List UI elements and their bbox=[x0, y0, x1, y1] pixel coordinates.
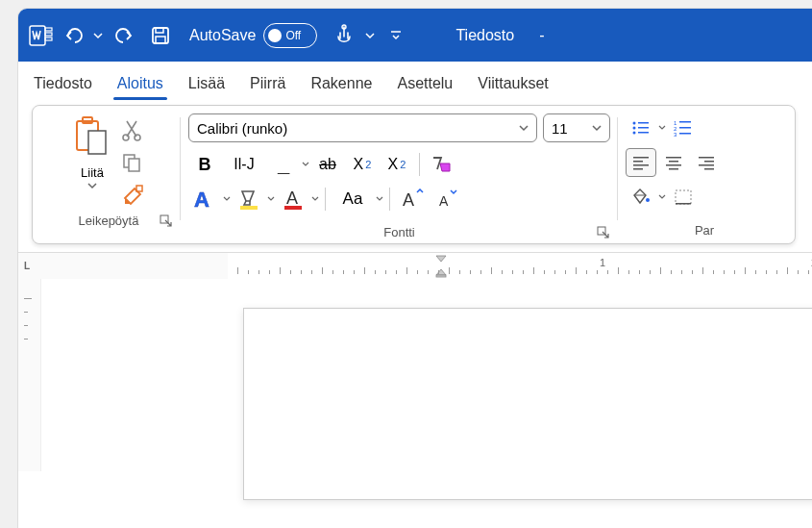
undo-button[interactable] bbox=[61, 20, 91, 51]
vertical-ruler[interactable] bbox=[18, 279, 41, 471]
document-area bbox=[18, 279, 812, 471]
tab-draw[interactable]: Piirrä bbox=[246, 69, 289, 98]
italic-button[interactable]: Il-J bbox=[223, 150, 265, 179]
paste-label: Liitä bbox=[81, 165, 104, 180]
svg-rect-33 bbox=[679, 127, 691, 129]
font-name-combo[interactable]: Calibri (runko) bbox=[188, 113, 537, 142]
svg-rect-20 bbox=[284, 206, 302, 210]
subscript-button[interactable]: X2 bbox=[346, 150, 379, 179]
tab-design[interactable]: Rakenne bbox=[307, 69, 376, 98]
align-right-button[interactable] bbox=[691, 148, 722, 177]
hanging-indent-marker[interactable] bbox=[435, 268, 447, 278]
paragraph-group: 123 bbox=[618, 113, 791, 239]
svg-point-26 bbox=[633, 127, 636, 130]
shading-dropdown[interactable] bbox=[658, 193, 666, 201]
text-effects-dropdown[interactable] bbox=[223, 195, 231, 203]
highlight-dropdown[interactable] bbox=[267, 195, 275, 203]
svg-rect-38 bbox=[633, 164, 649, 166]
case-dropdown[interactable] bbox=[376, 195, 383, 203]
toggle-knob bbox=[268, 29, 282, 42]
svg-rect-44 bbox=[699, 157, 714, 159]
align-left-button[interactable] bbox=[626, 148, 656, 177]
chevron-down-icon bbox=[592, 124, 602, 132]
tab-insert[interactable]: Lisää bbox=[185, 69, 229, 98]
text-effects-button[interactable]: A bbox=[188, 185, 221, 214]
touch-dropdown-icon[interactable] bbox=[365, 31, 375, 40]
toggle-state: Off bbox=[285, 29, 301, 42]
chevron-down-icon bbox=[87, 182, 97, 189]
numbering-button[interactable]: 123 bbox=[668, 113, 699, 142]
strikethrough-button[interactable]: ab bbox=[311, 150, 344, 179]
svg-rect-49 bbox=[676, 190, 691, 204]
grow-font-button[interactable]: A bbox=[396, 185, 429, 214]
font-size-combo[interactable]: 11 bbox=[543, 113, 610, 142]
qat-customize-button[interactable] bbox=[381, 20, 411, 51]
svg-rect-1 bbox=[45, 28, 52, 31]
svg-point-28 bbox=[633, 132, 636, 135]
tab-home[interactable]: Aloitus bbox=[113, 69, 167, 98]
separator bbox=[419, 153, 420, 176]
align-center-button[interactable] bbox=[658, 148, 689, 177]
font-color-button[interactable]: A bbox=[277, 185, 309, 214]
underline-button[interactable]: _ bbox=[267, 150, 300, 179]
svg-text:A: A bbox=[194, 188, 209, 211]
svg-rect-31 bbox=[679, 121, 691, 123]
document-page[interactable] bbox=[243, 308, 812, 500]
font-group-label: Fontti bbox=[383, 225, 415, 239]
title-separator: - bbox=[539, 27, 544, 44]
svg-rect-14 bbox=[129, 159, 139, 171]
bullets-dropdown[interactable] bbox=[658, 124, 666, 132]
autosave-switch[interactable]: Off bbox=[263, 23, 317, 48]
svg-rect-27 bbox=[638, 127, 649, 129]
highlight-button[interactable] bbox=[233, 185, 265, 214]
svg-rect-18 bbox=[240, 206, 258, 210]
format-painter-button[interactable] bbox=[121, 183, 146, 208]
paragraph-group-label: Par bbox=[695, 223, 714, 238]
separator bbox=[389, 188, 390, 211]
autosave-toggle[interactable]: AutoSave Off bbox=[189, 23, 317, 48]
tab-references[interactable]: Viittaukset bbox=[474, 69, 553, 98]
svg-rect-2 bbox=[45, 33, 52, 36]
first-line-indent-marker[interactable] bbox=[435, 255, 447, 263]
save-button[interactable] bbox=[145, 20, 176, 51]
copy-button[interactable] bbox=[121, 152, 146, 173]
undo-dropdown-icon[interactable] bbox=[93, 31, 103, 40]
bullets-button[interactable] bbox=[626, 113, 656, 142]
paste-button[interactable]: Liitä bbox=[71, 113, 113, 208]
shrink-font-button[interactable]: A bbox=[431, 185, 463, 214]
svg-rect-41 bbox=[669, 161, 678, 163]
svg-point-12 bbox=[135, 135, 140, 140]
superscript-button[interactable]: X2 bbox=[381, 150, 413, 179]
svg-text:3: 3 bbox=[674, 132, 677, 137]
bold-button[interactable]: B bbox=[188, 150, 221, 179]
svg-rect-42 bbox=[666, 164, 681, 166]
borders-button[interactable] bbox=[668, 183, 699, 212]
cut-button[interactable] bbox=[121, 119, 146, 142]
font-group: Calibri (runko) 11 B Il-J _ bbox=[181, 113, 618, 239]
document-title: Tiedosto bbox=[455, 27, 514, 44]
clipboard-launcher-icon[interactable] bbox=[160, 214, 173, 228]
svg-point-48 bbox=[646, 198, 650, 202]
underline-dropdown[interactable] bbox=[302, 161, 309, 168]
svg-point-24 bbox=[633, 122, 636, 125]
clear-formatting-button[interactable] bbox=[426, 150, 458, 179]
svg-text:A: A bbox=[286, 189, 298, 208]
tab-layout[interactable]: Asettelu bbox=[393, 69, 456, 98]
svg-rect-25 bbox=[638, 122, 649, 124]
change-case-button[interactable]: Aa bbox=[332, 185, 374, 214]
svg-rect-10 bbox=[88, 131, 106, 154]
separator bbox=[325, 188, 326, 211]
svg-rect-50 bbox=[676, 203, 691, 205]
font-color-dropdown[interactable] bbox=[311, 195, 319, 203]
touch-mode-button[interactable] bbox=[329, 20, 359, 51]
redo-button[interactable] bbox=[109, 20, 139, 51]
shading-button[interactable] bbox=[626, 183, 656, 212]
autosave-label: AutoSave bbox=[189, 27, 256, 44]
svg-rect-40 bbox=[666, 157, 681, 159]
word-app-icon bbox=[28, 22, 55, 49]
tab-file[interactable]: Tiedosto bbox=[30, 69, 96, 98]
svg-text:A: A bbox=[403, 190, 414, 210]
font-launcher-icon[interactable] bbox=[597, 226, 610, 239]
horizontal-ruler[interactable]: L 1 2 bbox=[18, 252, 812, 279]
clipboard-group: Liitä bbox=[37, 113, 181, 239]
